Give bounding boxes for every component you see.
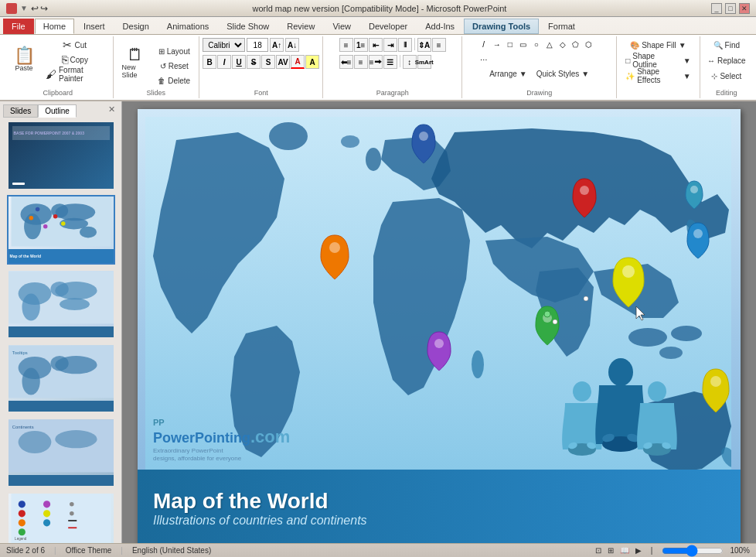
bullets-button[interactable]: ≡ (339, 38, 353, 52)
slide-thumb-4[interactable]: Tooltips (7, 343, 115, 413)
tab-animations[interactable]: Animations (158, 19, 217, 34)
svg-point-11 (61, 221, 66, 226)
svg-point-22 (55, 356, 97, 374)
font-color-button[interactable]: A (291, 55, 305, 69)
select-button[interactable]: ⊹ Select (707, 69, 745, 83)
underline-button[interactable]: U (232, 55, 246, 69)
drawing-group: / → □ ▭ ○ △ ◇ ⬠ ⬡ … Arrange▼ Quick Style… (462, 36, 617, 98)
paste-icon: 📋 (14, 47, 35, 64)
shape-hex[interactable]: ⬡ (583, 38, 595, 50)
slideshow-btn[interactable]: ▶ (635, 546, 642, 555)
shape-fill-button[interactable]: 🎨 Shape Fill ▼ (626, 38, 690, 52)
svg-point-45 (671, 326, 702, 341)
ribbon: File Home Insert Design Animations Slide… (0, 17, 756, 101)
shape-outline-button[interactable]: □ Shape Outline ▼ (621, 53, 694, 67)
slides-group: 🗒 New Slide ⊞ Layout ↺ Reset 🗑 Delete Sl… (114, 36, 200, 98)
numbered-list-button[interactable]: 1≡ (354, 38, 368, 52)
shape-rounded-rect[interactable]: ▭ (517, 38, 530, 50)
editing-label: Editing (716, 87, 737, 97)
font-label: Font (254, 87, 268, 97)
slide-title: Map of the World (153, 489, 725, 514)
svg-point-26 (55, 430, 97, 448)
panel-tab-outline[interactable]: Outline (38, 104, 77, 118)
shape-effects-button[interactable]: ✨ Shape Effects ▼ (621, 69, 694, 83)
reading-view-btn[interactable]: 📖 (620, 546, 629, 555)
cut-button[interactable]: ✂ Cut (42, 38, 108, 52)
shape-diamond[interactable]: ◇ (557, 38, 569, 50)
zoom-slider[interactable] (662, 545, 724, 556)
tab-drawing-tools[interactable]: Drawing Tools (464, 19, 539, 34)
svg-text:Tooltips: Tooltips (12, 350, 27, 355)
justify-button[interactable]: ☰ (383, 55, 397, 69)
tab-view[interactable]: View (324, 19, 359, 34)
replace-button[interactable]: ↔ Replace (703, 53, 750, 67)
shape-rect[interactable]: □ (504, 38, 516, 50)
delete-button[interactable]: 🗑 Delete (154, 73, 194, 87)
highlight-button[interactable]: A (305, 55, 319, 69)
tab-insert[interactable]: Insert (75, 19, 114, 34)
paragraph-label: Paragraph (376, 87, 409, 97)
tab-home[interactable]: Home (35, 19, 74, 34)
align-text-button[interactable]: ≡ (432, 38, 446, 52)
shape-arrow[interactable]: → (491, 38, 503, 50)
align-right-button[interactable]: ≡⮕ (369, 55, 383, 69)
maximize-btn[interactable]: □ (725, 3, 736, 14)
main-area: PP PowerPointing.com Extraordinary Power… (122, 101, 756, 557)
tab-addins[interactable]: Add-Ins (417, 19, 463, 34)
slide-thumb-2[interactable]: Map of the World (7, 195, 115, 265)
increase-indent-button[interactable]: ⇥ (383, 38, 397, 52)
close-btn[interactable]: ✕ (739, 3, 750, 14)
slides-label: Slides (147, 87, 166, 97)
reset-button[interactable]: ↺ Reset (154, 59, 194, 73)
window-title: world map new version [Compatibility Mod… (48, 4, 711, 13)
shape-oval[interactable]: ○ (530, 38, 543, 50)
shadow-button[interactable]: S (261, 55, 275, 69)
find-button[interactable]: 🔍 Find (710, 38, 744, 52)
copy-button[interactable]: ⎘ Copy (42, 53, 108, 67)
tab-design[interactable]: Design (114, 19, 158, 34)
panel-tab-slides[interactable]: Slides (3, 104, 38, 118)
shape-pentagon[interactable]: ⬠ (570, 38, 582, 50)
panel-close-button[interactable]: ✕ (105, 104, 118, 118)
char-spacing-button[interactable]: AV (276, 55, 290, 69)
slide-sorter-btn[interactable]: ⊞ (608, 546, 614, 555)
tab-developer[interactable]: Developer (360, 19, 416, 34)
svg-point-34 (43, 510, 49, 517)
font-size-decrease[interactable]: A↓ (285, 38, 299, 52)
svg-point-50 (472, 350, 484, 378)
normal-view-btn[interactable]: ⊡ (595, 546, 601, 555)
layout-button[interactable]: ⊞ Layout (154, 44, 194, 58)
font-size-increase[interactable]: A↑ (270, 38, 284, 52)
strikethrough-button[interactable]: S (247, 55, 261, 69)
align-center-button[interactable]: ≡ (354, 55, 368, 69)
text-direction-button[interactable]: ⇕A (417, 38, 431, 52)
quick-styles-button[interactable]: Quick Styles▼ (533, 67, 593, 80)
slide-thumb-5[interactable]: Continents (7, 418, 115, 487)
slide-thumb-1[interactable]: BASE FOR POWERPOINT 2007 & 2003 (7, 121, 115, 190)
shape-more[interactable]: … (478, 51, 490, 63)
tab-review[interactable]: Review (278, 19, 323, 34)
shape-triangle[interactable]: △ (543, 38, 556, 50)
bold-button[interactable]: B (203, 55, 216, 69)
slide-main: PP PowerPointing.com Extraordinary Power… (138, 109, 741, 547)
tab-slideshow[interactable]: Slide Show (218, 19, 278, 34)
font-name-select[interactable]: Calibri (203, 38, 245, 52)
italic-button[interactable]: I (217, 55, 231, 69)
svg-point-43 (366, 148, 381, 171)
format-painter-button[interactable]: 🖌 Format Painter (42, 67, 108, 81)
smartart-button[interactable]: SmArt (417, 55, 431, 69)
tab-file[interactable]: File (3, 19, 34, 34)
columns-button[interactable]: ⫴ (398, 38, 412, 52)
svg-rect-28 (11, 494, 111, 544)
clipboard-group: 📋 Paste ✂ Cut ⎘ Copy 🖌 (3, 36, 114, 98)
new-slide-button[interactable]: 🗒 New Slide (118, 41, 153, 84)
font-size-input[interactable]: 18 (247, 38, 268, 52)
shape-line[interactable]: / (478, 38, 490, 50)
paste-button[interactable]: 📋 Paste (8, 38, 40, 81)
tab-format[interactable]: Format (540, 19, 584, 34)
arrange-button[interactable]: Arrange▼ (485, 67, 530, 80)
align-left-button[interactable]: ⬅≡ (339, 55, 353, 69)
decrease-indent-button[interactable]: ⇤ (369, 38, 383, 52)
slide-thumb-3[interactable] (7, 269, 115, 339)
minimize-btn[interactable]: _ (711, 3, 722, 14)
